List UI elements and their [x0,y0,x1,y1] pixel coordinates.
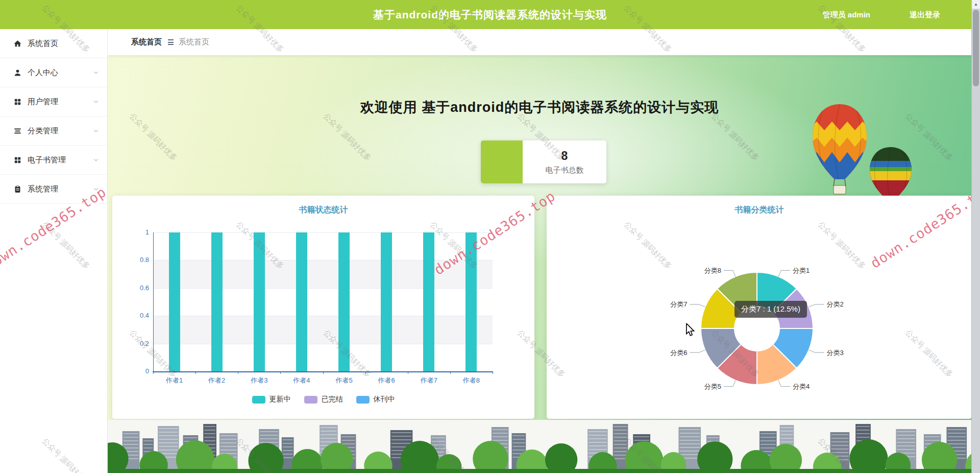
sidebar-item-label: 电子书管理 [28,155,93,165]
mouse-cursor [685,323,697,337]
bar-作者8[interactable] [465,232,477,371]
sidebar-item-label: 系统管理 [28,184,93,194]
menu-lines-icon [168,39,174,45]
x-axis-tick-label: 作者7 [408,376,450,385]
ebook-total-stat-card: 8 电子书总数 [481,140,606,183]
x-axis-tick-label: 作者3 [238,376,280,385]
sidebar-item-profile[interactable]: 个人中心 [0,58,107,87]
sidebar-item-home[interactable]: 系统首页 [0,29,107,58]
grid-icon [13,98,22,106]
bar-作者3[interactable] [254,232,265,371]
pie-label-line [690,304,705,307]
hot-air-balloon-large-image [809,102,870,199]
chevron-down-icon [93,99,99,105]
bar-作者4[interactable] [296,232,307,371]
legend-item-更新中[interactable]: 更新中 [252,395,291,404]
pie-label: 分类5 [704,383,721,390]
sidebar-item-label: 分类管理 [28,126,93,136]
pie-label: 分类2 [827,300,844,308]
chevron-down-icon [93,157,99,163]
breadcrumb-root-link[interactable]: 系统首页 [131,37,162,47]
chevron-down-icon [93,186,99,192]
pie-label: 分类1 [793,267,810,274]
x-axis-tick-label: 作者8 [450,376,493,385]
pie-label-line [778,270,790,276]
pie-label-line [724,381,736,387]
grid-icon [13,156,22,164]
scrollbar-up-arrow[interactable]: ▲ [972,0,980,9]
y-axis-tick-label: 0.4 [129,312,149,319]
x-axis-tick-label: 作者4 [280,376,323,385]
pie-label-line [809,350,824,352]
sidebar-item-categories[interactable]: 分类管理 [0,116,107,146]
bar-作者2[interactable] [211,232,223,371]
chevron-down-icon [93,128,99,134]
legend-item-已完结[interactable]: 已完结 [304,395,343,404]
sidebar-item-label: 个人中心 [28,68,93,78]
pie-label-line [690,350,705,352]
scrollbar-thumb[interactable] [973,10,979,86]
sidebar-item-system[interactable]: 系统管理 [0,175,107,204]
page-scrollbar[interactable]: ▲ [971,0,980,473]
x-axis-tick-label: 作者2 [195,376,238,385]
pie-chart-card: 书籍分类统计 分类1分类2分类3分类4分类5分类6分类7分类8 分类7 : 1 … [547,196,972,419]
legend-swatch [304,396,317,404]
list-icon [13,127,22,135]
breadcrumb-current: 系统首页 [179,37,209,47]
y-axis-tick-label: 0.2 [129,340,149,347]
y-axis-tick-label: 1 [129,228,149,236]
pie-label: 分类3 [827,349,844,357]
pie-label-line [724,270,736,276]
pie-label-line [778,381,790,387]
legend-label: 更新中 [270,395,291,404]
bar-作者1[interactable] [169,232,180,371]
logout-button[interactable]: 退出登录 [910,0,940,29]
x-axis-tick-label: 作者1 [153,376,195,385]
stat-value: 8 [561,149,568,163]
main-content: 欢迎使用 基于android的电子书阅读器系统的设计与实现 8 电子书总数 [107,55,972,473]
sidebar-menu: 系统首页个人中心用户管理分类管理电子书管理系统管理 [0,29,108,473]
bar-legend: 更新中已完结休刊中 [112,395,534,404]
y-axis-tick-label: 0 [129,367,149,375]
bar-chart-card: 书籍状态统计 00.20.40.60.81作者1作者2作者3作者4作者5作者6作… [112,196,534,419]
chevron-down-icon [93,69,99,76]
stat-label: 电子书总数 [546,165,584,175]
stat-accent-block [481,140,523,183]
sidebar-item-label: 系统首页 [28,39,99,49]
pie-label: 分类8 [704,267,721,274]
sidebar-item-users[interactable]: 用户管理 [0,87,107,116]
city-skyline-image [107,420,972,473]
pie-tooltip: 分类7 : 1 (12.5%) [734,301,807,318]
legend-item-休刊中[interactable]: 休刊中 [356,395,395,404]
sidebar-item-label: 用户管理 [28,97,93,107]
y-axis-tick-label: 0.6 [129,284,149,292]
home-icon [13,39,22,48]
clipboard-icon [13,185,22,194]
pie-label: 分类6 [670,349,687,357]
breadcrumb: 系统首页 系统首页 [107,29,980,55]
x-axis-tick-label: 作者5 [323,376,365,385]
bar-作者7[interactable] [423,232,434,371]
admin-user-label: 管理员 admin [823,0,870,29]
pie-label: 分类7 [670,300,687,308]
pie-label: 分类4 [793,383,810,390]
bar-作者5[interactable] [338,232,350,371]
app-window: 基于android的电子书阅读器系统的设计与实现 管理员 admin 退出登录 … [0,0,980,473]
y-axis-tick-label: 0.8 [129,256,149,264]
stat-body: 8 电子书总数 [523,140,606,183]
bar-chart-plot[interactable]: 00.20.40.60.81作者1作者2作者3作者4作者5作者6作者7作者8 [112,196,534,419]
user-icon [13,68,22,77]
legend-label: 已完结 [322,395,343,404]
legend-label: 休刊中 [374,395,395,404]
x-axis-tick-label: 作者6 [365,376,408,385]
sidebar-item-ebooks[interactable]: 电子书管理 [0,146,107,175]
legend-swatch [252,396,265,404]
city-skyline [107,420,972,473]
pie-label-line [809,304,824,307]
bar-作者6[interactable] [381,232,392,371]
app-header: 基于android的电子书阅读器系统的设计与实现 管理员 admin 退出登录 [0,0,980,29]
legend-swatch [356,396,370,404]
